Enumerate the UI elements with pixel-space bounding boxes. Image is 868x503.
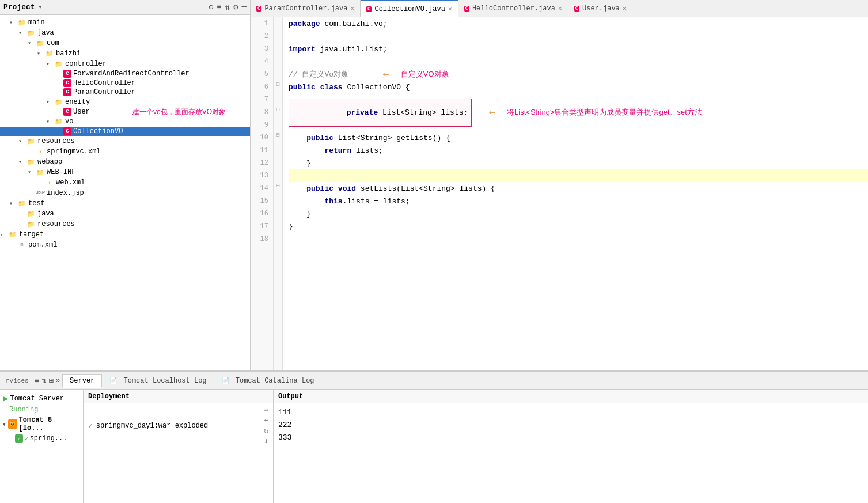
java-icon-hello: C <box>63 79 71 87</box>
tomcat-server-row[interactable]: ▶ Tomcat Server <box>0 392 83 404</box>
folder-icon-com: 📁 <box>36 39 45 48</box>
ln-3: 3 <box>251 43 273 55</box>
server-name: Tomcat Server <box>10 395 64 403</box>
code-editor: 1 2 3 4 5 6 7 8 9 10 11 12 13 14 15 16 1… <box>251 17 868 370</box>
tree-item-eneity[interactable]: 📁 eneity <box>0 97 250 107</box>
tree-item-main[interactable]: 📁 main <box>0 17 250 28</box>
tab-param-controller[interactable]: C ParamController.java ✕ <box>251 0 361 17</box>
deploy-arrows: ➡ ⬅ ↻ ⬇ <box>264 406 268 446</box>
deploy-arrow-up[interactable]: ➡ <box>264 406 268 415</box>
tree-item-target[interactable]: 📁 target <box>0 229 250 240</box>
folder-icon-webapp: 📁 <box>26 157 36 167</box>
tree-item-springmvc[interactable]: ✦ springmvc.xml <box>0 146 250 157</box>
label-com: com <box>47 39 59 47</box>
tree-item-webapp[interactable]: 📁 webapp <box>0 157 250 167</box>
tab-label-cvo: CollectionVO.java <box>374 5 445 13</box>
label-fwd: ForwardAndRedirectController <box>73 70 189 78</box>
label-webinf: WEB-INF <box>47 168 75 176</box>
bottom-tool-2[interactable]: ⇅ <box>41 376 46 385</box>
output-content: 111 222 333 <box>274 403 868 503</box>
fold-10[interactable]: ⊟ <box>274 131 282 144</box>
tab-hello-controller[interactable]: C HelloController.java ✕ <box>458 0 568 17</box>
tab-close-cvo[interactable]: ✕ <box>448 5 452 13</box>
bottom-tab-server[interactable]: Server <box>62 374 102 388</box>
fold-14[interactable]: ⊟ <box>274 182 282 195</box>
tree-item-test-java[interactable]: 📁 java <box>0 209 250 219</box>
folder-icon-controller: 📁 <box>54 59 63 69</box>
fold-8[interactable]: ⊟ <box>274 106 282 119</box>
project-sidebar: Project ▾ ⊕ ≡ ⇅ ⚙ ─ 📁 main 📁 java <box>0 0 251 370</box>
tab-icon-cvo: C <box>366 6 372 12</box>
tree-item-com[interactable]: 📁 com <box>0 38 250 48</box>
project-tree: 📁 main 📁 java 📁 com 📁 baizhi <box>0 15 250 370</box>
sidebar-dropdown-icon[interactable]: ▾ <box>39 3 43 11</box>
code-line-3: import java.util.List; <box>289 43 868 55</box>
tab-icon-user: C <box>574 6 579 12</box>
sidebar-filter-icon[interactable]: ⇅ <box>225 2 230 12</box>
tree-item-test[interactable]: 📁 test <box>0 198 250 209</box>
spring-icon: ✓ <box>15 434 23 443</box>
tree-item-pom[interactable]: m pom.xml <box>0 240 250 250</box>
label-main: main <box>28 18 45 27</box>
deploy-refresh[interactable]: ↻ <box>264 426 268 436</box>
label-user: User <box>73 108 90 116</box>
tree-item-hello-controller[interactable]: C HelloController <box>0 78 250 88</box>
label-vo: vo <box>65 118 73 126</box>
deploy-arrow-down2[interactable]: ⬇ <box>264 437 268 446</box>
bottom-tool-3[interactable]: ⊞ <box>48 376 53 385</box>
tab-close-param[interactable]: ✕ <box>350 5 354 12</box>
sidebar-settings-icon[interactable]: ⚙ <box>233 2 238 12</box>
tree-item-vo[interactable]: 📁 vo <box>0 116 250 127</box>
tree-item-param-controller[interactable]: C ParamController <box>0 88 250 97</box>
sidebar-target-icon[interactable]: ⊕ <box>209 2 213 12</box>
code-line-18 <box>289 233 868 245</box>
tomcat8-row[interactable]: ▾ 🐱 Tomcat 8 [lo... <box>0 415 83 433</box>
deployment-item: ✓ springmvc_day1:war exploded ➡ ⬅ ↻ ⬇ <box>84 403 273 448</box>
deploy-arrow-down[interactable]: ⬅ <box>264 416 268 425</box>
code-content[interactable]: package com.baizhi.vo; import java.util.… <box>283 17 868 370</box>
tree-item-controller[interactable]: 📁 controller <box>0 59 250 69</box>
label-cvo: CollectionVO <box>73 127 123 135</box>
ln-15: 15 <box>251 195 273 207</box>
spring-row[interactable]: ✓ ✓ spring... <box>0 433 83 444</box>
label-test-java: java <box>37 210 54 218</box>
sidebar-minimize-icon[interactable]: ─ <box>242 2 247 12</box>
label-test: test <box>28 199 45 207</box>
tree-item-forward-controller[interactable]: C ForwardAndRedirectController <box>0 69 250 78</box>
tree-item-baizhi[interactable]: 📁 baizhi <box>0 48 250 59</box>
tomcat8-expand: ▾ <box>2 421 6 428</box>
ln-9: 9 <box>251 119 273 131</box>
tree-item-resources[interactable]: 📁 resources <box>0 136 250 146</box>
tab-user[interactable]: C User.java ✕ <box>568 0 633 17</box>
tab-close-user[interactable]: ✕ <box>623 5 627 12</box>
label-java: java <box>37 29 54 37</box>
deploy-item-label: springmvc_day1:war exploded <box>96 422 208 430</box>
tab-collection-vo[interactable]: C CollectionVO.java ✕ <box>361 0 458 17</box>
output-val-3: 333 <box>278 433 291 442</box>
fold-column: ⊟ ⊟ ⊟ ⊟ <box>274 17 283 370</box>
tree-item-test-resources[interactable]: 📁 resources <box>0 219 250 229</box>
run-icon: ▶ <box>3 394 8 403</box>
label-resources: resources <box>37 137 75 145</box>
tree-item-user[interactable]: C User 建一个vo包，里面存放VO对象 <box>0 107 250 116</box>
code-line-1: package com.baizhi.vo; <box>289 17 868 30</box>
bottom-tab-catalina-log[interactable]: 📄 Tomcat Catalina Log <box>214 374 322 388</box>
ln-4: 4 <box>251 55 273 68</box>
tree-item-collection-vo[interactable]: C CollectionVO <box>0 127 250 136</box>
ln-5: 5 <box>251 68 273 81</box>
fold-6[interactable]: ⊟ <box>274 81 282 93</box>
bottom-tool-4[interactable]: » <box>56 377 60 385</box>
bottom-tool-1[interactable]: ≡ <box>35 376 39 385</box>
tab-close-hello[interactable]: ✕ <box>558 5 562 12</box>
tree-item-indexjsp[interactable]: JSP index.jsp <box>0 188 250 198</box>
output-line-2: 222 <box>278 418 863 431</box>
arrow-webapp <box>18 158 26 165</box>
label-webapp: webapp <box>37 158 62 166</box>
arrow-test <box>9 200 17 207</box>
folder-icon-test-java: 📁 <box>26 209 36 218</box>
bottom-tab-localhost-log[interactable]: 📄 Tomcat Localhost Log <box>102 374 214 388</box>
sidebar-align-icon[interactable]: ≡ <box>217 2 221 12</box>
tree-item-webinf[interactable]: 📁 WEB-INF <box>0 167 250 177</box>
tree-item-java[interactable]: 📁 java <box>0 28 250 38</box>
tree-item-webxml[interactable]: ✦ web.xml <box>0 177 250 188</box>
